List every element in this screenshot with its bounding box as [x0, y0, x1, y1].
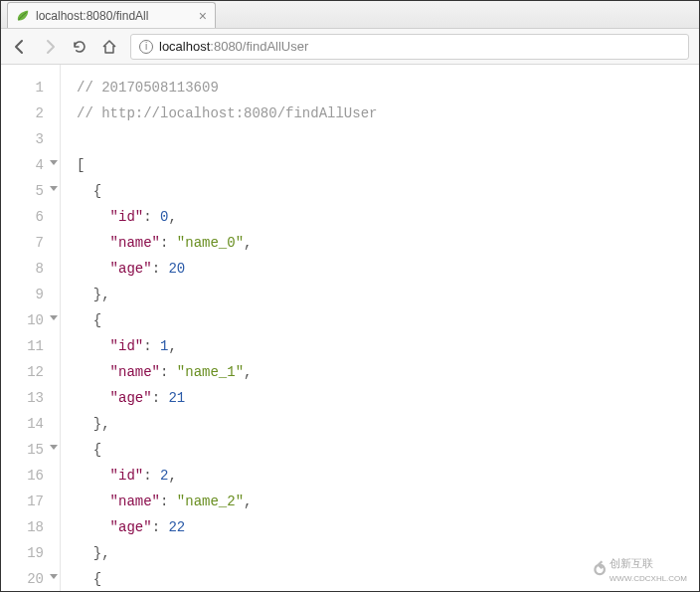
back-button[interactable] — [11, 38, 29, 56]
code-line: // http://localhost:8080/findAllUser — [77, 100, 699, 126]
line-number: 18 — [1, 514, 60, 540]
code-line: [ — [77, 152, 699, 178]
code-line: { — [77, 307, 699, 333]
json-viewer: 1234567891011121314151617181920 // 20170… — [1, 65, 699, 591]
tab-title: localhost:8080/findAll — [36, 9, 193, 23]
home-button[interactable] — [100, 38, 118, 56]
home-icon — [101, 39, 117, 55]
code-line: { — [77, 178, 699, 204]
line-number: 3 — [1, 126, 60, 152]
line-number: 13 — [1, 385, 60, 411]
watermark-url: WWW.CDCXHL.COM — [610, 574, 687, 583]
line-number: 8 — [1, 256, 60, 282]
code-line: { — [77, 437, 699, 463]
info-icon[interactable]: i — [139, 40, 153, 54]
code-line: "age": 20 — [77, 256, 699, 282]
forward-button[interactable] — [41, 38, 59, 56]
line-number: 15 — [1, 437, 60, 463]
code-line: "id": 1, — [77, 333, 699, 359]
reload-button[interactable] — [71, 38, 88, 56]
code-line: "name": "name_0", — [77, 230, 699, 256]
line-number: 9 — [1, 282, 60, 307]
code-line: "age": 22 — [77, 514, 699, 540]
close-icon[interactable]: × — [199, 9, 207, 23]
browser-tab-bar: localhost:8080/findAll × — [1, 1, 699, 29]
line-number: 16 — [1, 463, 60, 489]
arrow-left-icon — [12, 39, 28, 55]
line-number: 20 — [1, 566, 60, 592]
browser-tab[interactable]: localhost:8080/findAll × — [7, 2, 216, 28]
code-line — [77, 126, 699, 152]
fold-toggle-icon[interactable] — [50, 445, 58, 450]
fold-toggle-icon[interactable] — [50, 186, 58, 191]
code-line: "name": "name_2", — [77, 489, 699, 514]
line-number: 10 — [1, 307, 60, 333]
line-number: 5 — [1, 178, 60, 204]
line-number: 17 — [1, 489, 60, 514]
browser-toolbar: i localhost:8080/findAllUser — [1, 29, 699, 65]
line-number: 19 — [1, 540, 60, 566]
reload-icon — [72, 39, 88, 55]
code-line: "name": "name_1", — [77, 359, 699, 385]
watermark: ⥀ 创新互联 WWW.CDCXHL.COM — [594, 556, 687, 583]
line-number: 2 — [1, 100, 60, 126]
url-text: localhost:8080/findAllUser — [159, 39, 308, 54]
code-line: }, — [77, 411, 699, 437]
code-content[interactable]: // 20170508113609// http://localhost:808… — [61, 65, 699, 591]
arrow-right-icon — [42, 39, 58, 55]
url-path: :8080/findAllUser — [210, 39, 308, 54]
url-bar[interactable]: i localhost:8080/findAllUser — [130, 34, 689, 60]
leaf-icon — [16, 9, 30, 23]
line-number: 12 — [1, 359, 60, 385]
watermark-brand: 创新互联 — [610, 557, 653, 569]
url-host: localhost — [159, 39, 210, 54]
code-line: }, — [77, 282, 699, 307]
code-line: "id": 2, — [77, 463, 699, 489]
line-number: 14 — [1, 411, 60, 437]
line-number: 11 — [1, 333, 60, 359]
line-number: 4 — [1, 152, 60, 178]
fold-toggle-icon[interactable] — [50, 574, 58, 579]
line-number: 7 — [1, 230, 60, 256]
line-number: 1 — [1, 75, 60, 100]
code-line: // 20170508113609 — [77, 75, 699, 100]
line-number-gutter: 1234567891011121314151617181920 — [1, 65, 61, 591]
code-line: "id": 0, — [77, 204, 699, 230]
code-line: "age": 21 — [77, 385, 699, 411]
line-number: 6 — [1, 204, 60, 230]
fold-toggle-icon[interactable] — [50, 160, 58, 165]
watermark-logo-icon: ⥀ — [594, 559, 606, 581]
fold-toggle-icon[interactable] — [50, 315, 58, 320]
